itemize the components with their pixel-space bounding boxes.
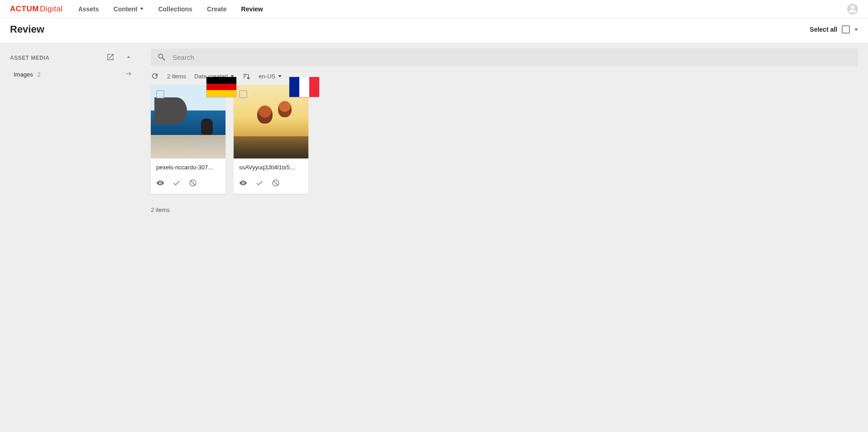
brand-part1: ACTUM: [10, 5, 39, 14]
select-all[interactable]: Select all: [810, 25, 858, 34]
brand-logo[interactable]: ACTUM Digital: [10, 5, 63, 14]
nav-assets-label: Assets: [78, 5, 99, 13]
approve-button[interactable]: [173, 179, 181, 188]
nav-content[interactable]: Content: [106, 1, 151, 17]
flag-de-icon: [206, 77, 236, 97]
nav-collections-label: Collections: [158, 5, 192, 13]
chevron-down-icon: [140, 8, 144, 10]
flag-fr-icon: [289, 77, 319, 97]
reject-button[interactable]: [272, 179, 280, 188]
search-icon: [157, 53, 166, 62]
search-input[interactable]: [172, 53, 852, 62]
sidebar-item-count: 2: [38, 72, 41, 78]
user-avatar[interactable]: [847, 4, 858, 14]
footer-item-count: 2 items: [151, 206, 858, 213]
user-icon: [849, 5, 857, 13]
nav-collections[interactable]: Collections: [151, 1, 199, 17]
select-all-label: Select all: [810, 26, 837, 33]
nav-items: Assets Content Collections Create Review: [71, 1, 270, 17]
preview-button[interactable]: [156, 179, 164, 188]
select-all-checkbox[interactable]: [842, 25, 850, 34]
sidebar-header: ASSET MEDIA: [5, 50, 137, 65]
nav-create-label: Create: [207, 5, 227, 13]
sidebar-item-label: Images: [14, 71, 33, 78]
nav-review[interactable]: Review: [234, 1, 270, 17]
reject-button[interactable]: [189, 179, 197, 188]
sort-direction-button[interactable]: [242, 72, 250, 80]
item-count: 2 items: [167, 73, 186, 80]
asset-card[interactable]: ssAVyyuq3JtI4l1tx5…: [234, 85, 308, 194]
title-bar: Review Select all: [0, 18, 868, 43]
arrow-right-icon: [125, 70, 133, 79]
card-checkbox[interactable]: [239, 90, 247, 98]
sidebar-item-images[interactable]: Images 2: [5, 65, 137, 84]
nav-create[interactable]: Create: [200, 1, 234, 17]
asset-card[interactable]: pexels-riccardo-307…: [151, 85, 225, 194]
page-title: Review: [10, 24, 44, 35]
refresh-button[interactable]: [151, 72, 159, 80]
approve-button[interactable]: [255, 179, 264, 188]
open-external-icon[interactable]: [106, 53, 115, 62]
asset-title: ssAVyyuq3JtI4l1tx5…: [239, 164, 303, 171]
chevron-down-icon[interactable]: [854, 29, 858, 31]
card-actions: [151, 175, 225, 194]
asset-grid: pexels-riccardo-307… ssAVyyuq3JtI4l1tx5…: [151, 85, 858, 194]
card-checkbox[interactable]: [156, 90, 164, 98]
nav-assets[interactable]: Assets: [71, 1, 106, 17]
locale-dropdown[interactable]: en-US: [259, 73, 282, 80]
asset-title: pexels-riccardo-307…: [156, 164, 220, 171]
search-bar[interactable]: [151, 48, 858, 66]
sidebar: ASSET MEDIA Images 2: [0, 43, 143, 431]
collapse-icon[interactable]: [125, 53, 133, 62]
toolbar: 2 items Date created en-US: [151, 72, 858, 80]
nav-content-label: Content: [114, 5, 138, 13]
card-actions: [234, 175, 308, 194]
chevron-down-icon: [278, 75, 282, 77]
main-panel: 2 items Date created en-US: [143, 43, 868, 431]
top-navbar: ACTUM Digital Assets Content Collections…: [0, 0, 868, 18]
preview-button[interactable]: [239, 179, 247, 188]
nav-review-label: Review: [241, 5, 263, 13]
locale-label: en-US: [259, 73, 275, 80]
sidebar-title: ASSET MEDIA: [10, 55, 50, 61]
brand-part2: Digital: [40, 5, 63, 14]
